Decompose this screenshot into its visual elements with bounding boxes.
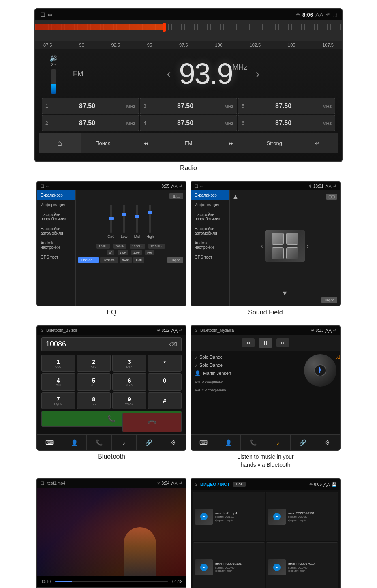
btm-btn-music[interactable]: ♪ bbox=[266, 435, 291, 450]
eq-menu-equalizer[interactable]: Эквалайзер bbox=[37, 190, 75, 200]
eq-menu-dev-settings[interactable]: Настройки разработчика bbox=[37, 210, 75, 224]
bt-backspace-icon[interactable]: ⌫ bbox=[169, 341, 177, 348]
bt-key-1[interactable]: 1QLO bbox=[41, 355, 75, 372]
strong-button[interactable]: Strong bbox=[253, 133, 296, 153]
pl-item-1[interactable]: ▶ имя: test1.mp4 время: 00:1:18 формат: … bbox=[193, 492, 265, 541]
preset-num: 2 bbox=[45, 120, 48, 126]
bt-btn-recent[interactable]: 📞 bbox=[87, 435, 111, 450]
bt-btn-settings[interactable]: ⚙ bbox=[161, 435, 186, 450]
btm-pause-button[interactable]: ⏸ bbox=[259, 338, 272, 348]
sf-menu-car[interactable]: Настройки автомобиля bbox=[191, 224, 229, 238]
sf-right-arrow[interactable]: › bbox=[307, 242, 309, 250]
sf-up-arrow[interactable]: ▲ bbox=[232, 193, 239, 200]
bt-btn-contacts[interactable]: 👤 bbox=[62, 435, 87, 450]
eq-reset-button[interactable]: Сброс bbox=[167, 257, 183, 263]
bt-key-hash[interactable]: # bbox=[148, 392, 182, 409]
pl-item-4[interactable]: ▶ имя: FPZ2017010... время: 00:0:40 форм… bbox=[266, 542, 338, 588]
bt-key-9[interactable]: 9WXYZ bbox=[112, 392, 146, 409]
eq-menu-info[interactable]: Информация bbox=[37, 200, 75, 210]
volume-bar[interactable] bbox=[51, 69, 56, 94]
bt-keypad: 1QLO 2ABC 3DEF * 4GHI 5JKL 6MNO 0+ 7PQRS… bbox=[41, 355, 182, 432]
bt-key-8[interactable]: 8TUV bbox=[77, 392, 111, 409]
sf-menu-info[interactable]: Информация bbox=[191, 200, 229, 210]
eq-thumb-mid[interactable] bbox=[135, 215, 139, 218]
btm-btn-keyboard[interactable]: ⌨ bbox=[191, 435, 216, 450]
eq-preset-user[interactable]: Пользо... bbox=[78, 257, 99, 263]
bt-btn-link[interactable]: 🔗 bbox=[137, 435, 161, 450]
vid-progress-track[interactable] bbox=[55, 581, 168, 582]
sf-menu-android[interactable]: Android настройки bbox=[191, 238, 229, 252]
eq-slider-track-mid[interactable] bbox=[136, 205, 138, 233]
btm-prev-button[interactable]: ⏮ bbox=[242, 338, 255, 347]
radio-slider-area[interactable] bbox=[35, 20, 342, 41]
eq-preset-pop[interactable]: Поп bbox=[133, 257, 144, 263]
radio-slider-thumb[interactable] bbox=[163, 23, 166, 32]
eq-val-0[interactable]: 0° bbox=[107, 250, 114, 255]
btm-btn-link[interactable]: 🔗 bbox=[291, 435, 315, 450]
eq-freq-120[interactable]: 120Hz bbox=[96, 244, 110, 249]
eq-menu-android[interactable]: Android настройки bbox=[37, 238, 75, 252]
eq-thumb-high[interactable] bbox=[148, 211, 152, 214]
preset-6[interactable]: 6 87.50 MHz bbox=[238, 115, 335, 131]
bt-key-2[interactable]: 2ABC bbox=[77, 355, 111, 372]
search-button[interactable]: Поиск bbox=[81, 133, 124, 153]
preset-5[interactable]: 5 87.50 MHz bbox=[238, 98, 335, 114]
eq-val-1f2[interactable]: 1.0F bbox=[131, 250, 142, 255]
eq-menu-car-settings[interactable]: Настройки автомобиля bbox=[37, 224, 75, 238]
bt-btn-music[interactable]: ♪ bbox=[112, 435, 137, 450]
eq-val-1f[interactable]: 1.0F bbox=[118, 250, 128, 255]
freq-up-arrow[interactable]: › bbox=[256, 67, 260, 81]
bt-key-5[interactable]: 5JKL bbox=[77, 373, 111, 390]
bt-btn-keyboard[interactable]: ⌨ bbox=[37, 435, 62, 450]
preset-4[interactable]: 4 87.50 MHz bbox=[140, 115, 237, 131]
eq-menu-gps[interactable]: GPS тест bbox=[37, 252, 75, 262]
btm-btn-recent[interactable]: 📞 bbox=[241, 435, 266, 450]
bt-end-button[interactable]: 📞 bbox=[122, 413, 182, 432]
preset-3[interactable]: 3 87.50 MHz bbox=[140, 98, 237, 114]
btm-next-button[interactable]: ⏭ bbox=[276, 338, 289, 347]
bt-key-0[interactable]: 0+ bbox=[148, 373, 182, 390]
eq-freq-12k5[interactable]: 12.5KHz bbox=[148, 244, 165, 249]
btm-disc: ᛒ ♪♩ bbox=[304, 354, 336, 387]
eq-thumb-low[interactable] bbox=[122, 213, 126, 216]
preset-1[interactable]: 1 87.50 MHz bbox=[42, 98, 139, 114]
pl-item-2[interactable]: ▶ имя: FPZ2018101... время: 00:0:39 форм… bbox=[266, 492, 338, 541]
eq-preset-classical[interactable]: Classical bbox=[100, 257, 118, 263]
bt-key-star[interactable]: * bbox=[148, 355, 182, 372]
btm-btn-contacts[interactable]: 👤 bbox=[216, 435, 241, 450]
btm-btn-settings[interactable]: ⚙ bbox=[315, 435, 340, 450]
sf-menu-equalizer[interactable]: Эквалайзер bbox=[191, 190, 229, 200]
bt-key-7[interactable]: 7PQRS bbox=[41, 392, 75, 409]
freq-display: 93.9MHz bbox=[179, 59, 247, 88]
eq-freq-1000[interactable]: 1000Hz bbox=[130, 244, 145, 249]
vid-progress-bar: 00:10 01:18 bbox=[37, 576, 186, 587]
sf-down-arrow[interactable]: ▼ bbox=[232, 290, 337, 297]
prev-button[interactable]: ⏮ bbox=[124, 133, 167, 153]
bt-key-4[interactable]: 4GHI bbox=[41, 373, 75, 390]
eq-freq-200[interactable]: 200Hz bbox=[113, 244, 126, 249]
eq-slider-track-high[interactable] bbox=[149, 205, 151, 233]
eq-slider-track-sub[interactable] bbox=[110, 205, 112, 233]
pl-filter-button[interactable]: Все bbox=[233, 482, 246, 487]
back-button[interactable]: ↩ bbox=[296, 133, 338, 153]
sf-reset-button[interactable]: Сброс bbox=[321, 297, 337, 303]
next-button[interactable]: ⏭ bbox=[210, 133, 253, 153]
eq-val-rok[interactable]: Рок bbox=[145, 250, 154, 255]
bt-key-6[interactable]: 6MNO bbox=[112, 373, 146, 390]
bt-key-3[interactable]: 3DEF bbox=[112, 355, 146, 372]
eq-settings-button[interactable]: ◫◫ bbox=[169, 193, 183, 199]
freq-down-arrow[interactable]: ‹ bbox=[167, 67, 171, 81]
fm-button[interactable]: FM bbox=[167, 133, 210, 153]
sf-eq-icon[interactable]: ⊟⊟ bbox=[326, 194, 337, 200]
sf-menu-dev[interactable]: Настройки разработчика bbox=[191, 210, 229, 224]
pl-item-3[interactable]: ▶ имя: FPZ2018101... время: 00:0:40 форм… bbox=[193, 542, 265, 588]
preset-2[interactable]: 2 87.50 MHz bbox=[42, 115, 139, 131]
sf-menu-gps[interactable]: GPS тест bbox=[191, 252, 229, 262]
video-content[interactable] bbox=[37, 488, 186, 576]
eq-value-row: 0° 1.0F 1.0F Рок bbox=[78, 250, 183, 255]
home-button[interactable]: ⌂ bbox=[39, 133, 81, 153]
eq-slider-track-low[interactable] bbox=[123, 205, 125, 233]
sf-left-arrow[interactable]: ‹ bbox=[261, 242, 263, 250]
eq-preset-jazz[interactable]: Джаз bbox=[120, 257, 132, 263]
eq-thumb-sub[interactable] bbox=[109, 217, 114, 220]
